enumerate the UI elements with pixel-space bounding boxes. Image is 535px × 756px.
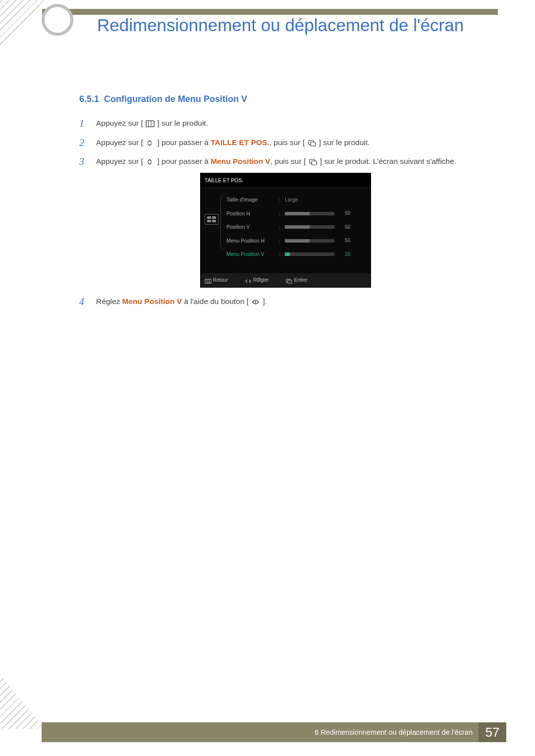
corner-decoration-top <box>0 0 45 50</box>
osd-slider <box>285 212 334 215</box>
step-item: Appuyez sur [ ] pour passer à TAILLE ET … <box>79 136 471 150</box>
left-right-icon <box>251 299 260 305</box>
step-text-after-term: , puis sur <box>270 157 304 165</box>
osd-colon: : <box>279 250 282 259</box>
osd-footer-label: Entrer <box>294 276 308 285</box>
steps-list: Appuyez sur [ ] sur le produit. Appuyez … <box>79 116 471 309</box>
menu-icon <box>146 120 155 127</box>
svg-rect-7 <box>312 161 317 165</box>
osd-row: Position H : 50 <box>226 207 365 220</box>
osd-row-label: Menu Position H <box>226 236 276 246</box>
bracket-open: [ <box>247 297 249 305</box>
step-text: Réglez <box>96 297 122 305</box>
bracket-close: ] <box>157 119 159 127</box>
section-title-text: Configuration de Menu Position V <box>104 94 247 104</box>
osd-category-icon <box>205 214 218 225</box>
osd-footer-label: RØgler <box>253 276 269 285</box>
step-text-tail: sur le produit. L'écran suivant s'affich… <box>324 157 456 165</box>
osd-row-label: Position H <box>226 209 276 218</box>
osd-slider <box>285 252 334 256</box>
section-number: 6.5.1 <box>79 94 99 104</box>
step-item: Réglez Menu Position V à l'aide du bouto… <box>79 295 471 309</box>
svg-rect-5 <box>311 142 316 146</box>
osd-row-value: 50 <box>337 223 350 232</box>
step-text-after-term: , puis sur <box>269 138 303 147</box>
osd-footer: Retour RØgler <box>201 273 371 288</box>
bracket-open: [ <box>141 138 143 147</box>
bracket-open-2: [ <box>303 138 305 147</box>
bracket-close-2: ] <box>320 157 322 165</box>
osd-colon: : <box>279 222 282 232</box>
step-text-mid: pour passer à <box>161 138 211 147</box>
osd-bracket-curve <box>220 192 228 252</box>
osd-row-label: Menu Position V <box>226 250 276 259</box>
highlight-term: Menu Position V <box>211 157 270 165</box>
highlight-term: TAILLE ET POS. <box>211 138 269 147</box>
osd-footer-label: Retour <box>213 276 228 285</box>
enter-icon <box>286 278 292 283</box>
osd-colon: : <box>279 209 282 218</box>
page-number: 57 <box>479 722 506 742</box>
osd-screenshot: TAILLE ET POS. Taille d'image : Large <box>200 173 371 288</box>
step-item: Appuyez sur [ ] pour passer à Menu Posit… <box>79 154 471 288</box>
bracket-close: ] <box>157 157 159 165</box>
step-text: Appuyez sur <box>96 138 141 147</box>
osd-slider <box>285 225 334 229</box>
step-text: Appuyez sur <box>96 119 141 127</box>
osd-colon: : <box>279 195 282 204</box>
osd-slider <box>285 239 334 243</box>
page: Redimensionnement ou déplacement de l'éc… <box>0 0 535 756</box>
osd-row-active: Menu Position V : 10 <box>226 248 365 261</box>
osd-row-value: Large <box>285 195 298 204</box>
osd-footer-return: Retour <box>205 276 228 285</box>
svg-rect-12 <box>288 280 292 283</box>
bracket-open: [ <box>141 157 143 165</box>
footer-chapter-label: 6 Redimensionnement ou déplacement de l'… <box>315 728 479 736</box>
left-right-icon <box>245 278 251 283</box>
bracket-open: [ <box>141 119 143 127</box>
bracket-close-2: ] <box>319 138 321 147</box>
up-down-icon <box>146 158 155 165</box>
osd-row-value: 10 <box>337 250 350 259</box>
osd-row-label: Position V <box>226 222 276 232</box>
osd-panel: TAILLE ET POS. Taille d'image : Large <box>200 173 371 288</box>
svg-rect-8 <box>205 279 211 283</box>
svg-rect-0 <box>146 121 154 127</box>
step-text-mid: pour passer à <box>161 157 211 165</box>
osd-row: Taille d'image : Large <box>226 193 365 206</box>
up-down-icon <box>146 140 155 147</box>
osd-colon: : <box>279 236 282 246</box>
corner-decoration-bottom <box>0 674 45 729</box>
bracket-close: ] <box>157 138 159 147</box>
step-text-tail: sur le produit. <box>161 119 208 127</box>
content-area: 6.5.1 Configuration de Menu Position V A… <box>79 94 471 314</box>
section-heading: 6.5.1 Configuration de Menu Position V <box>79 94 471 104</box>
enter-icon <box>308 140 317 147</box>
chapter-badge <box>42 4 73 36</box>
step-text-mid: à l'aide du bouton <box>184 297 246 305</box>
menu-icon <box>205 278 211 283</box>
step-text: Appuyez sur <box>96 157 141 165</box>
osd-title: TAILLE ET POS. <box>201 173 371 188</box>
osd-row-label: Taille d'image <box>226 195 276 204</box>
osd-row-value: 50 <box>337 236 350 246</box>
osd-footer-adjust: RØgler <box>245 276 269 285</box>
step-item: Appuyez sur [ ] sur le produit. <box>79 116 471 131</box>
page-title: Redimensionnement ou déplacement de l'éc… <box>97 14 483 37</box>
bracket-open-2: [ <box>304 157 306 165</box>
step-text-tail: sur le produit. <box>323 138 370 147</box>
enter-icon <box>309 158 318 165</box>
osd-footer-enter: Entrer <box>286 276 308 285</box>
osd-row: Position V : 50 <box>226 220 365 234</box>
osd-body: Taille d'image : Large Position H : 50 <box>201 188 371 273</box>
osd-row-value: 50 <box>337 209 350 218</box>
highlight-term: Menu Position V <box>122 297 182 305</box>
step-text-tail: . <box>265 297 267 305</box>
footer-bar: 6 Redimensionnement ou déplacement de l'… <box>42 722 506 742</box>
osd-row: Menu Position H : 50 <box>226 234 365 248</box>
